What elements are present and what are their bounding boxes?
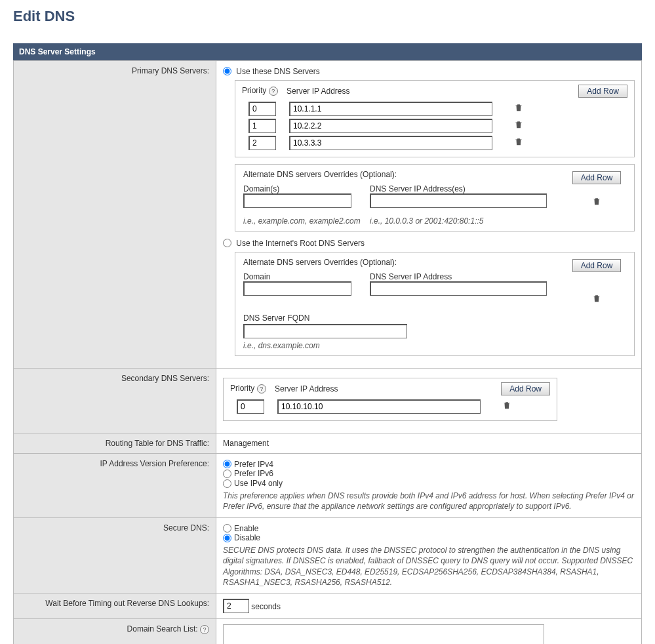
ip-pref-label: IP Address Version Preference: (14, 453, 216, 517)
page-title: Edit DNS (13, 8, 642, 25)
secure-dns-disable-label: Disable (234, 533, 260, 542)
prefer-ipv6-label: Prefer IPv6 (234, 469, 273, 478)
trash-icon[interactable] (514, 136, 523, 149)
use-ipv4-only-label: Use IPv4 only (234, 479, 283, 488)
root-alt-fqdn-label: DNS Server FQDN (243, 313, 626, 323)
secure-dns-enable-label: Enable (234, 523, 258, 533)
wait-seconds-input[interactable] (223, 599, 249, 613)
prefer-ipv4-label: Prefer IPv4 (234, 459, 273, 468)
add-row-button[interactable]: Add Row (572, 171, 622, 184)
secure-dns-desc: SECURE DNS protects DNS data. It uses th… (223, 545, 635, 588)
secondary-dns-table: Priority ? Server IP Address Add Row (223, 378, 557, 421)
trash-icon[interactable] (514, 119, 523, 132)
server-ip-input[interactable] (277, 399, 481, 414)
root-alt-ip-input[interactable] (370, 281, 547, 296)
use-ipv4-only-radio[interactable] (223, 479, 231, 488)
use-these-dns-label: Use these DNS Servers (236, 67, 319, 76)
secure-dns-enable-radio[interactable] (223, 524, 231, 533)
alt-ip-input[interactable] (370, 193, 547, 208)
prefer-ipv4-radio[interactable] (223, 460, 231, 468)
priority-input[interactable] (237, 399, 264, 414)
root-alt-fqdn-hint: i.e., dns.example.com (243, 341, 320, 350)
root-alt-domain-input[interactable] (243, 281, 351, 296)
col-priority-label: Priority (242, 86, 266, 95)
trash-icon[interactable] (592, 196, 601, 209)
table-row (230, 399, 550, 414)
prefer-ipv6-radio[interactable] (223, 470, 231, 478)
alt-domains-label: Domain(s) (243, 184, 365, 193)
add-row-button[interactable]: Add Row (578, 85, 627, 98)
domain-search-list-textarea[interactable] (223, 624, 544, 644)
priority-input[interactable] (248, 119, 276, 133)
help-icon[interactable]: ? (257, 384, 266, 393)
alt-ip-label: DNS Server IP Address(es) (370, 184, 567, 193)
secondary-dns-label: Secondary DNS Servers: (14, 368, 216, 433)
table-row (242, 119, 627, 133)
panel-header: DNS Server Settings (13, 43, 642, 60)
help-icon[interactable]: ? (269, 87, 278, 96)
primary-dns-table: Priority ? Server IP Address Add Row (235, 80, 635, 157)
trash-icon[interactable] (592, 293, 601, 306)
routing-table-label: Routing Table for DNS Traffic: (14, 433, 216, 453)
table-row (242, 102, 627, 116)
priority-input[interactable] (248, 102, 276, 116)
root-alt-fqdn-input[interactable] (243, 324, 407, 338)
server-ip-input[interactable] (289, 102, 492, 116)
server-ip-input[interactable] (289, 119, 492, 133)
root-alt-title: Alternate DNS servers Overrides (Optiona… (243, 258, 567, 267)
root-alt-domain-label: Domain (243, 272, 365, 281)
alt-dns-override-box: Alternate DNS servers Overrides (Optiona… (235, 164, 635, 231)
col-ip-label: Server IP Address (287, 87, 563, 96)
help-icon[interactable]: ? (200, 625, 209, 634)
alt-ip-hint: i.e., 10.0.0.3 or 2001:420:80:1::5 (370, 216, 626, 226)
add-row-button[interactable]: Add Row (501, 382, 550, 395)
table-row (242, 136, 627, 150)
add-row-button[interactable]: Add Row (572, 259, 622, 272)
col-priority-label: Priority (230, 384, 254, 393)
col-ip-label: Server IP Address (275, 384, 486, 393)
routing-table-value: Management (216, 433, 642, 453)
use-root-dns-label: Use the Internet's Root DNS Servers (236, 239, 365, 248)
trash-icon[interactable] (514, 102, 523, 115)
alt-title: Alternate DNS servers Overrides (Optiona… (243, 170, 567, 179)
use-root-dns-radio[interactable] (223, 239, 231, 247)
server-ip-input[interactable] (289, 136, 492, 150)
trash-icon[interactable] (502, 400, 511, 413)
wait-unit: seconds (251, 601, 281, 611)
root-alt-dns-override-box: Alternate DNS servers Overrides (Optiona… (235, 252, 635, 356)
primary-dns-label: Primary DNS Servers: (14, 61, 216, 369)
wait-label: Wait Before Timing out Reverse DNS Looku… (14, 593, 216, 618)
ip-pref-desc: This preference applies when DNS results… (223, 491, 635, 512)
use-these-dns-radio[interactable] (223, 67, 231, 75)
priority-input[interactable] (248, 136, 276, 150)
secure-dns-label: Secure DNS: (14, 517, 216, 593)
secure-dns-disable-radio[interactable] (223, 534, 231, 542)
alt-domain-hint: i.e., example.com, example2.com (243, 216, 365, 226)
settings-table: Primary DNS Servers: Use these DNS Serve… (13, 60, 642, 644)
root-alt-ip-label: DNS Server IP Address (370, 272, 567, 281)
alt-domains-input[interactable] (243, 193, 351, 208)
dsl-label: Domain Search List: ? (14, 618, 216, 644)
